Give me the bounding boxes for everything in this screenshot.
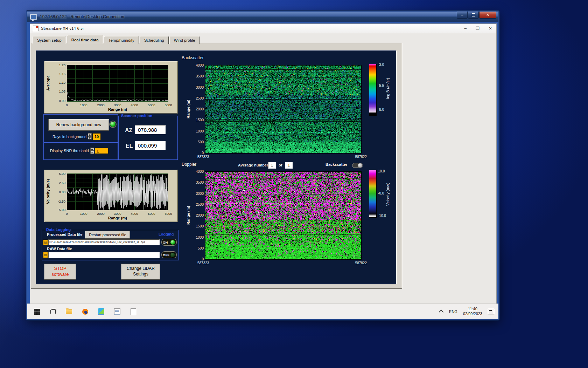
tray-expand-icon[interactable] <box>439 309 444 314</box>
snr-spinner[interactable] <box>90 148 94 154</box>
tab-label: Scheduling <box>144 38 164 42</box>
y-tick: 1500 <box>191 118 204 122</box>
ascope-ylabel: A-scope <box>46 64 50 102</box>
x-last-label: 587822 <box>346 155 367 159</box>
stop-line2: software <box>51 272 69 277</box>
scan-scheduler-button[interactable] <box>114 308 120 315</box>
y-tick: 1000 <box>191 129 204 133</box>
change-lidar-settings-label: Change LiDAR Settings <box>127 266 155 277</box>
raw-path-field[interactable] <box>48 252 160 258</box>
image-viewer-icon <box>98 308 104 315</box>
folder-icon <box>66 309 72 314</box>
remote-desktop: StreamLine XR v14-6.vi – ❐ ✕ System setu… <box>27 22 498 319</box>
raw-data-file-label: RAW Data file <box>47 247 72 251</box>
action-center-icon[interactable] <box>488 309 494 314</box>
app-title: StreamLine XR v14-6.vi <box>41 26 83 30</box>
processed-path-field[interactable]: C:\Lidar\Data\Proc\2023\202309\20230902\… <box>48 239 160 245</box>
colorbar-tick: 10.0 <box>378 169 385 173</box>
data-logging-group: Data Logging Processed Data file Restart… <box>42 230 179 260</box>
y-tick: -5.00 <box>52 208 65 212</box>
rdp-maximize-button[interactable] <box>468 12 479 19</box>
y-tick: 0 <box>191 257 204 261</box>
windows-logo-icon <box>34 309 40 315</box>
task-view-button[interactable] <box>50 308 56 315</box>
doppler-title: Doppler <box>182 162 196 167</box>
y-tick: 3000 <box>191 192 204 196</box>
backscatter-colorbar <box>369 64 377 113</box>
scanner-position-title: Scanner position <box>120 114 153 118</box>
backscatter-toggle-label: Backscatter <box>326 162 347 166</box>
tab-real-time-data[interactable]: Real time data <box>67 35 103 44</box>
x-tick: 6000 <box>162 212 175 216</box>
x-last-label: 587822 <box>346 261 367 265</box>
rays-spinner[interactable] <box>88 133 92 139</box>
backscatter-doppler-toggle[interactable] <box>352 163 363 168</box>
az-label: AZ <box>125 127 132 134</box>
doppler-heatmap <box>205 171 362 260</box>
backscatter-heatmap <box>205 65 362 154</box>
file-explorer-button[interactable] <box>66 308 72 315</box>
start-button[interactable] <box>34 308 40 315</box>
raw-path-control[interactable]: ▤ <box>43 252 160 258</box>
x-tick: 1000 <box>77 212 90 216</box>
y-tick: 3500 <box>191 180 204 184</box>
colorbar-tick: -3.0 <box>378 63 384 67</box>
rdp-close-button[interactable]: ✕ <box>479 12 496 19</box>
ascope-plot <box>67 65 168 102</box>
app-minimize-button[interactable]: – <box>464 26 467 31</box>
snr-value-field[interactable]: 1 <box>95 148 108 154</box>
app-titlebar[interactable]: StreamLine XR v14-6.vi – ❐ ✕ <box>30 24 496 33</box>
logging-on-led <box>170 240 175 245</box>
clock[interactable]: 11:40 02/09/2023 <box>463 307 482 316</box>
y-tick: 3500 <box>191 74 204 78</box>
app-restore-button[interactable]: ❐ <box>476 26 479 31</box>
language-indicator[interactable]: ENG <box>449 309 457 314</box>
tab-page-real-time-data: A-scope 1.20 1.15 1.10 1.05 0.99 0 1000 … <box>31 43 402 289</box>
background-group: Renew background now Rays in background … <box>43 114 118 143</box>
rays-value-field[interactable]: 10 <box>92 133 101 140</box>
doppler-ylabel: Range (m) <box>186 171 190 259</box>
path-browse-icon[interactable]: ▤ <box>43 252 48 258</box>
x-tick: 6000 <box>162 103 175 107</box>
colorbar-tick: -8.0 <box>378 108 384 111</box>
processed-path-control[interactable]: ▤ C:\Lidar\Data\Proc\2023\202309\2023090… <box>43 239 160 245</box>
x-tick: 0 <box>61 103 73 107</box>
background-status-led <box>110 121 116 127</box>
y-tick: 2500 <box>191 96 204 100</box>
tab-scheduling[interactable]: Scheduling <box>140 36 169 44</box>
y-tick: 5.00 <box>52 172 65 176</box>
y-tick: 0.99 <box>53 99 65 103</box>
app-close-button[interactable]: ✕ <box>489 26 492 31</box>
firefox-button[interactable] <box>82 308 88 315</box>
path-browse-icon[interactable]: ▤ <box>43 239 48 245</box>
toggle-state-label: ON <box>163 240 168 244</box>
restart-processed-file-button[interactable]: Restart processed file <box>85 231 130 239</box>
snr-threshold-label: Display SNR threshold <box>50 149 89 153</box>
el-label: EL <box>126 143 133 149</box>
change-lidar-settings-button[interactable]: Change LiDAR Settings <box>121 264 160 280</box>
image-viewer-button[interactable] <box>98 308 104 315</box>
y-tick: 1.10 <box>53 81 65 84</box>
average-total-field[interactable]: 1 <box>285 162 293 169</box>
y-tick: 1500 <box>191 224 204 228</box>
main-panel: A-scope 1.20 1.15 1.10 1.05 0.99 0 1000 … <box>36 50 396 284</box>
average-number-field[interactable]: 1 <box>268 162 276 169</box>
tab-temp-humidity[interactable]: Temp/humidity <box>104 36 139 44</box>
doppler-colorbar <box>369 170 377 218</box>
scan-scheduler-icon <box>114 308 120 314</box>
processed-logging-toggle[interactable]: ON <box>161 239 177 246</box>
tab-wind-profile[interactable]: Wind profile <box>169 36 200 44</box>
logging-label: Logging <box>159 232 174 236</box>
rdp-titlebar[interactable]: 192.168.0.122 - Remote Desktop Connectio… <box>27 12 498 22</box>
backscatter-colorbar-label: log B (/m/sr) <box>386 64 390 113</box>
x-tick: 0 <box>61 212 73 216</box>
of-label: of <box>279 163 282 167</box>
stop-software-button[interactable]: STOP software <box>44 264 76 280</box>
renew-background-button[interactable]: Renew background now <box>48 119 109 131</box>
velocity-plot <box>67 173 168 210</box>
tab-system-setup[interactable]: System setup <box>33 36 66 44</box>
rdp-minimize-button[interactable]: – <box>457 12 468 19</box>
text-editor-button[interactable] <box>130 308 136 315</box>
y-tick: 2.50 <box>52 181 65 185</box>
raw-logging-toggle[interactable]: OFF <box>161 251 177 258</box>
